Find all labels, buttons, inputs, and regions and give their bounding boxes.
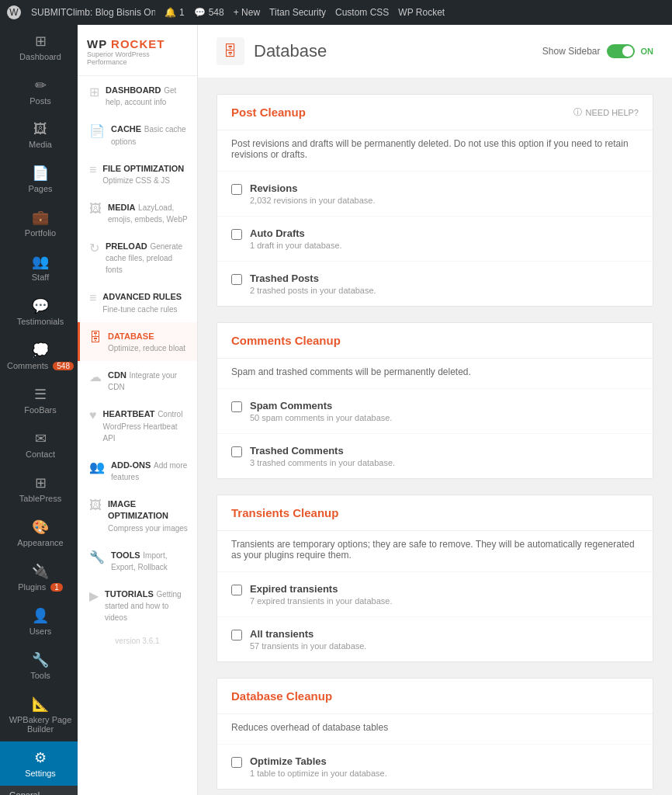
rocket-nav-image-label: IMAGE OPTIMIZATION — [108, 499, 168, 520]
rocket-nav-file-optimization[interactable]: ≡ FILE OPTIMIZATION Optimize CSS & JS — [78, 154, 197, 193]
testimonials-icon: 💬 — [32, 297, 49, 314]
show-sidebar-control[interactable]: Show Sidebar ON — [542, 44, 653, 58]
toggle-state-label: ON — [641, 47, 654, 56]
sidebar-item-media[interactable]: 🖼 Media — [0, 113, 78, 157]
all-transients-row: All transients 57 transients in your dat… — [217, 617, 653, 661]
wp-admin-sidebar: ⊞ Dashboard ✏ Posts 🖼 Media 📄 Pages 💼 Po… — [0, 25, 78, 795]
dashboard-icon: ⊞ — [35, 33, 47, 50]
sidebar-item-tablepress[interactable]: ⊞ TablePress — [0, 467, 78, 511]
trashed-comments-label: Trashed Comments — [250, 445, 395, 457]
comments-item[interactable]: 💬 548 — [194, 7, 224, 18]
advanced-rules-nav-icon: ≡ — [89, 291, 96, 305]
site-name[interactable]: SUBMITClimb: Blog Bisnis Online dan Bela… — [31, 7, 155, 18]
sidebar-item-posts[interactable]: ✏ Posts — [0, 69, 78, 113]
optimize-tables-row: Optimize Tables 1 table to optimize in y… — [217, 745, 653, 789]
sidebar-item-tools[interactable]: 🔧 Tools — [0, 644, 78, 688]
trashed-posts-sub: 2 trashed posts in your database. — [250, 286, 376, 295]
cdn-nav-icon: ☁ — [89, 370, 102, 384]
toggle-knob — [622, 46, 633, 57]
comments-cleanup-title: Comments Cleanup — [231, 334, 341, 347]
transients-cleanup-section: Transients Cleanup Transients are tempor… — [216, 495, 653, 662]
all-transients-sub: 57 transients in your database. — [250, 641, 366, 651]
auto-drafts-checkbox[interactable] — [231, 229, 242, 240]
expired-transients-row: Expired transients 7 expired transients … — [217, 572, 653, 617]
sidebar-toggle[interactable] — [607, 44, 635, 58]
settings-icon: ⚙ — [34, 749, 47, 766]
rocket-nav-database[interactable]: 🗄 DATABASE Optimize, reduce bloat — [78, 322, 197, 361]
post-cleanup-section: Post Cleanup ⓘ NEED HELP? Post revisions… — [216, 94, 653, 307]
plugins-icon: 🔌 — [32, 563, 49, 580]
revisions-checkbox[interactable] — [231, 184, 242, 195]
rocket-tagline: Superior WordPress Performance — [87, 50, 188, 66]
sidebar-item-wpbakery[interactable]: 📐 WPBakery Page Builder — [0, 688, 78, 741]
sidebar-item-staff[interactable]: 👥 Staff — [0, 245, 78, 290]
submenu-general[interactable]: General — [0, 786, 78, 795]
page-header: 🗄 Database Show Sidebar ON — [198, 25, 672, 78]
sidebar-item-appearance[interactable]: 🎨 Appearance — [0, 511, 78, 555]
rocket-nav-addons[interactable]: 👥 ADD-ONS Add more features — [78, 451, 197, 490]
trashed-posts-checkbox[interactable] — [231, 274, 242, 285]
rocket-nav-cache-label: CACHE — [111, 124, 141, 134]
sidebar-item-comments[interactable]: 💭 Comments 548 — [0, 334, 78, 378]
pages-icon: 📄 — [32, 165, 49, 182]
database-nav-icon: 🗄 — [89, 331, 102, 345]
sidebar-item-settings[interactable]: ⚙ Settings — [0, 741, 78, 786]
sidebar-item-plugins[interactable]: 🔌 Plugins 1 — [0, 555, 78, 599]
image-opt-nav-icon: 🖼 — [89, 498, 102, 512]
trashed-comments-sub: 3 trashed comments in your database. — [250, 458, 395, 467]
sidebar-item-pages[interactable]: 📄 Pages — [0, 157, 78, 201]
rocket-nav-tutorials-label: TUTORIALS — [105, 589, 154, 599]
rocket-nav-tutorials[interactable]: ▶ TUTORIALS Getting started and how to v… — [78, 580, 197, 630]
database-cleanup-title: Database Cleanup — [231, 689, 332, 703]
preload-nav-icon: ↻ — [89, 241, 99, 255]
titan-security-item[interactable]: Titan Security — [269, 7, 326, 18]
optimize-tables-checkbox[interactable] — [231, 757, 242, 768]
wp-rocket-item[interactable]: WP Rocket — [398, 7, 445, 18]
sidebar-item-testimonials[interactable]: 💬 Testimonials — [0, 290, 78, 334]
rocket-nav-cache[interactable]: 📄 CACHE Basic cache options — [78, 115, 197, 154]
sidebar-item-contact[interactable]: ✉ Contact — [0, 422, 78, 467]
comments-cleanup-header: Comments Cleanup — [217, 323, 653, 359]
transients-cleanup-desc: Transients are temporary options; they a… — [217, 531, 653, 572]
post-cleanup-title: Post Cleanup — [231, 106, 306, 119]
heartbeat-nav-icon: ♥ — [89, 408, 97, 422]
rocket-nav-file-desc: Optimize CSS & JS — [102, 176, 170, 185]
sidebar-item-dashboard[interactable]: ⊞ Dashboard — [0, 25, 78, 69]
page-icon: 🗄 — [216, 37, 244, 65]
posts-icon: ✏ — [35, 77, 47, 94]
portfolio-icon: 💼 — [32, 209, 49, 226]
wp-logo-item[interactable]: W — [6, 5, 22, 20]
need-help-label: NEED HELP? — [586, 108, 639, 117]
rocket-nav-addons-label: ADD-ONS — [111, 460, 151, 470]
appearance-icon: 🎨 — [32, 519, 49, 536]
spam-comments-row: Spam Comments 50 spam comments in your d… — [217, 389, 653, 434]
rocket-nav-media-label: MEDIA — [108, 203, 135, 212]
sidebar-item-foobars[interactable]: ☰ FooBars — [0, 378, 78, 422]
rocket-nav-dashboard[interactable]: ⊞ DASHBOARD Get help, account info — [78, 76, 197, 115]
custom-css-item[interactable]: Custom CSS — [335, 7, 389, 18]
spam-comments-sub: 50 spam comments in your database. — [250, 413, 392, 422]
addons-nav-icon: 👥 — [89, 460, 105, 474]
auto-drafts-sub: 1 draft in your database. — [250, 241, 342, 250]
rocket-nav-media[interactable]: 🖼 MEDIA LazyLoad, emojis, embeds, WebP — [78, 193, 197, 232]
updates-item[interactable]: 🔔 1 — [165, 7, 185, 18]
expired-transients-checkbox[interactable] — [231, 585, 242, 595]
post-cleanup-desc: Post revisions and drafts will be perman… — [217, 130, 653, 172]
sidebar-item-users[interactable]: 👤 Users — [0, 599, 78, 644]
rocket-nav-heartbeat[interactable]: ♥ HEARTBEAT Control WordPress Heartbeat … — [78, 400, 197, 450]
rocket-nav-preload[interactable]: ↻ PRELOAD Generate cache files, preload … — [78, 232, 197, 283]
tutorials-nav-icon: ▶ — [89, 588, 99, 603]
need-help-button[interactable]: ⓘ NEED HELP? — [573, 106, 639, 118]
spam-comments-checkbox[interactable] — [231, 401, 242, 412]
rocket-nav-tools[interactable]: 🔧 TOOLS Import, Export, Rollback — [78, 541, 197, 580]
foobars-icon: ☰ — [34, 386, 47, 403]
show-sidebar-label: Show Sidebar — [542, 46, 601, 57]
rocket-nav-image-optimization[interactable]: 🖼 IMAGE OPTIMIZATION Compress your image… — [78, 490, 197, 541]
trashed-comments-checkbox[interactable] — [231, 446, 242, 457]
rocket-nav-advanced-rules[interactable]: ≡ ADVANCED RULES Fine-tune cache rules — [78, 283, 197, 321]
rocket-nav-cdn[interactable]: ☁ CDN Integrate your CDN — [78, 361, 197, 400]
all-transients-checkbox[interactable] — [231, 630, 242, 641]
new-item[interactable]: + New — [234, 7, 260, 18]
rocket-nav-file-label: FILE OPTIMIZATION — [102, 164, 184, 173]
sidebar-item-portfolio[interactable]: 💼 Portfolio — [0, 201, 78, 245]
